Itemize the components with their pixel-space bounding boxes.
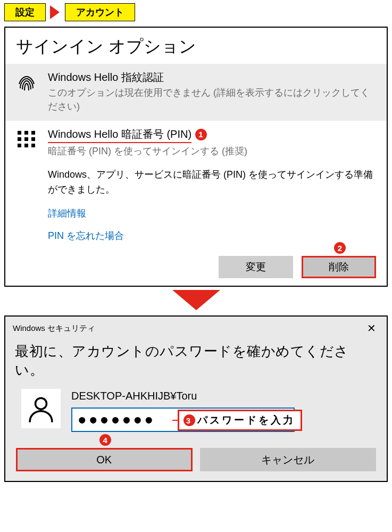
password-callout-text: パスワードを入力	[197, 413, 295, 427]
svg-rect-9	[31, 144, 35, 147]
password-input[interactable]: ●●●●●●● 3 パスワードを入力	[71, 408, 295, 432]
password-callout: 3 パスワードを入力	[178, 410, 302, 431]
link-forgot-pin[interactable]: PIN を忘れた場合	[48, 229, 376, 242]
pin-sub: 暗証番号 (PIN) を使ってサインインする (推奨)	[48, 144, 376, 158]
callout-1: 1	[195, 129, 207, 140]
breadcrumb-account: アカウント	[65, 3, 135, 21]
callout-3: 3	[184, 414, 195, 426]
svg-point-11	[36, 398, 47, 409]
svg-rect-7	[18, 144, 21, 147]
avatar-icon	[21, 389, 61, 428]
svg-rect-8	[24, 144, 28, 147]
link-more-info[interactable]: 詳細情報	[48, 207, 376, 220]
fingerprint-sub: このオプションは現在使用できません (詳細を表示するにはクリックしてください)	[48, 86, 376, 113]
ok-button[interactable]: 4 OK	[16, 448, 193, 471]
dialog-message: 最初に、アカウントのパスワードを確かめてください。	[5, 338, 387, 387]
signin-options-panel: サインイン オプション Windows Hello 指紋認証 このオプションは現…	[4, 27, 388, 287]
option-fingerprint[interactable]: Windows Hello 指紋認証 このオプションは現在使用できません (詳細…	[5, 64, 387, 121]
ok-button-label: OK	[96, 454, 112, 466]
close-icon[interactable]: ✕	[364, 322, 379, 335]
dialog-button-row: 4 OK キャンセル	[5, 436, 387, 481]
change-button[interactable]: 変更	[219, 256, 293, 278]
callout-4: 4	[99, 434, 111, 446]
page-title: サインイン オプション	[5, 28, 387, 64]
password-mask: ●●●●●●●	[78, 411, 155, 428]
pin-desc: Windows、アプリ、サービスに暗証番号 (PIN) を使ってサインインする準…	[48, 168, 376, 197]
dialog-title: Windows セキュリティ	[13, 323, 95, 334]
callout-2: 2	[334, 242, 346, 254]
pin-title: Windows Hello 暗証番号 (PIN)	[48, 127, 191, 143]
remove-button[interactable]: 2 削除	[302, 256, 376, 278]
svg-rect-1	[18, 131, 21, 135]
breadcrumb-arrow-icon	[50, 5, 61, 19]
svg-marker-10	[172, 290, 220, 310]
svg-rect-5	[24, 137, 28, 141]
fingerprint-icon	[16, 70, 38, 96]
windows-security-dialog: Windows セキュリティ ✕ 最初に、アカウントのパスワードを確かめてくださ…	[4, 315, 388, 482]
cancel-button[interactable]: キャンセル	[200, 448, 377, 471]
breadcrumb: 設定 アカウント	[0, 0, 392, 27]
option-pin[interactable]: Windows Hello 暗証番号 (PIN) 1 暗証番号 (PIN) を使…	[5, 121, 387, 286]
breadcrumb-settings: 設定	[4, 3, 46, 21]
svg-rect-6	[31, 137, 35, 141]
account-name: DESKTOP-AHKHIJB¥Toru	[71, 390, 375, 402]
pin-button-row: 変更 2 削除	[48, 256, 376, 278]
svg-rect-2	[24, 131, 28, 135]
fingerprint-title: Windows Hello 指紋認証	[48, 70, 164, 85]
keypad-icon	[16, 127, 38, 153]
svg-rect-3	[31, 131, 35, 135]
svg-marker-0	[50, 5, 60, 19]
svg-rect-4	[18, 137, 21, 141]
step-arrow-icon	[0, 290, 392, 311]
remove-button-label: 削除	[329, 261, 349, 272]
